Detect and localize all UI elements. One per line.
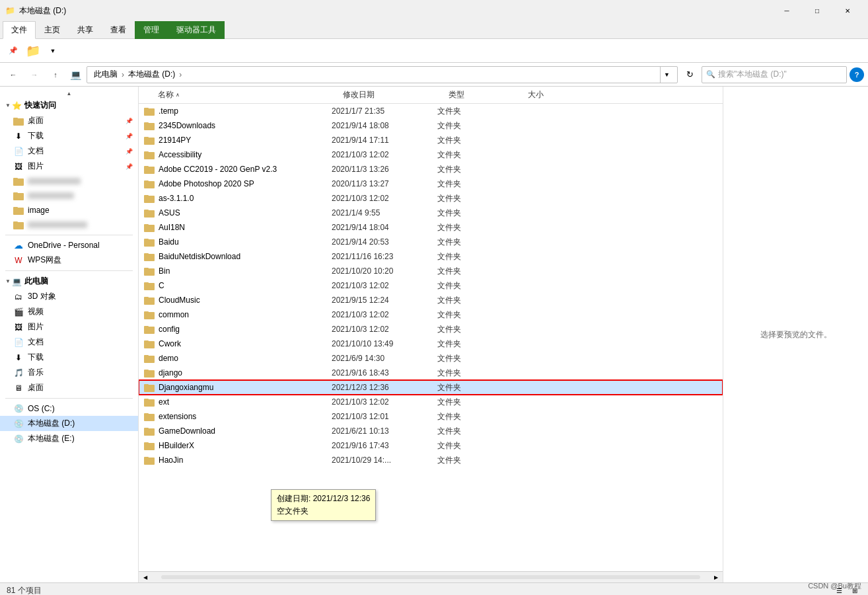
pin-desktop-icon: 📌 — [126, 118, 133, 124]
table-row[interactable]: AuI18N 2021/9/14 18:04 文件夹 — [139, 220, 723, 235]
sidebar-item-onedrive[interactable]: ☁ OneDrive - Personal — [0, 238, 138, 253]
sidebar-item-pic[interactable]: 🖼 图片 — [0, 319, 138, 335]
file-date: 2021/11/16 16:23 — [332, 252, 437, 261]
table-row[interactable]: BaiduNetdiskDownload 2021/11/16 16:23 文件… — [139, 249, 723, 264]
file-name: Accessibility — [159, 150, 332, 159]
sidebar-item-video[interactable]: 🎬 视频 — [0, 304, 138, 319]
search-box[interactable]: 🔍 搜索"本地磁盘 (D:)" — [702, 66, 847, 83]
sidebar-item-doc[interactable]: 📄 文档 — [0, 335, 138, 350]
address-dropdown-button[interactable]: ▼ — [660, 66, 673, 83]
forward-button[interactable]: → — [25, 65, 44, 84]
tab-home[interactable]: 主页 — [36, 21, 69, 39]
table-row[interactable]: .temp 2021/1/7 21:35 文件夹 — [139, 104, 723, 118]
search-placeholder: 搜索"本地磁盘 (D:)" — [718, 69, 787, 80]
table-row[interactable]: Bin 2021/10/20 10:20 文件夹 — [139, 264, 723, 278]
table-row[interactable]: extensions 2021/10/3 12:01 文件夹 — [139, 409, 723, 424]
sidebar-item-downloads[interactable]: ⬇ 下载 📌 — [0, 128, 138, 143]
dropdown-button[interactable]: ▼ — [44, 42, 62, 60]
table-row[interactable]: ext 2021/10/3 12:02 文件夹 — [139, 395, 723, 409]
address-box[interactable]: 此电脑 › 本地磁盘 (D:) › ▼ — [87, 66, 678, 83]
table-row[interactable]: Baidu 2021/9/14 20:53 文件夹 — [139, 235, 723, 249]
file-type: 文件夹 — [437, 426, 517, 437]
col-header-name[interactable]: 名称 ∧ — [155, 88, 340, 102]
svg-rect-31 — [144, 253, 149, 255]
refresh-button[interactable]: ↻ — [680, 65, 699, 84]
scroll-up-arrow[interactable]: ▲ — [67, 91, 72, 97]
col-type-label: 类型 — [449, 89, 464, 100]
table-row[interactable]: Accessibility 2021/10/3 12:02 文件夹 — [139, 147, 723, 162]
col-header-type[interactable]: 类型 — [446, 88, 525, 102]
path-this-pc[interactable]: 此电脑 — [91, 67, 120, 81]
quick-access-header[interactable]: ▼ ⭐ 快速访问 — [0, 98, 138, 113]
drive-d-icon: 💿 — [13, 418, 24, 429]
tab-share[interactable]: 共享 — [69, 21, 102, 39]
music-icon: 🎵 — [13, 368, 24, 378]
table-row[interactable]: CloudMusic 2021/9/15 12:24 文件夹 — [139, 293, 723, 307]
tab-driver-sub[interactable]: 驱动器工具 — [168, 21, 225, 39]
path-drive-d[interactable]: 本地磁盘 (D:) — [126, 67, 178, 81]
sidebar-item-desktop2[interactable]: 🖥 桌面 — [0, 380, 138, 395]
sidebar-item-c[interactable]: 💿 OS (C:) — [0, 401, 138, 416]
quick-access-icon: ⭐ — [12, 101, 22, 110]
help-button[interactable]: ? — [850, 67, 864, 82]
this-pc-header[interactable]: ▼ 💻 此电脑 — [0, 274, 138, 289]
table-row[interactable]: config 2021/10/3 12:02 文件夹 — [139, 322, 723, 337]
table-row[interactable]: GameDownload 2021/6/21 10:13 文件夹 — [139, 424, 723, 438]
table-row[interactable]: Djangoxiangmu 2021/12/3 12:36 文件夹 — [139, 380, 723, 395]
sidebar-item-blurred-3[interactable] — [0, 218, 138, 232]
sidebar-item-3d[interactable]: 🗂 3D 对象 — [0, 289, 138, 304]
back-button[interactable]: ← — [4, 65, 22, 84]
sidebar-item-wps[interactable]: W WPS网盘 — [0, 253, 138, 268]
new-folder-button[interactable]: 📁 — [24, 42, 42, 60]
scroll-track[interactable] — [161, 575, 700, 579]
tab-driver-tools[interactable]: 管理 — [135, 21, 168, 39]
sidebar-item-music[interactable]: 🎵 音乐 — [0, 365, 138, 380]
sidebar-item-pictures[interactable]: 🖼 图片 📌 — [0, 159, 138, 174]
table-row[interactable]: HBuilderX 2021/9/16 17:43 文件夹 — [139, 438, 723, 453]
sidebar-divider-3 — [5, 398, 133, 399]
sidebar-item-docs-label: 文档 — [28, 145, 44, 157]
col-header-date[interactable]: 修改日期 — [340, 88, 446, 102]
up-button[interactable]: ↑ — [46, 65, 65, 84]
minimize-button[interactable]: ─ — [772, 0, 802, 21]
table-row[interactable]: as-3.1.1.0 2021/10/3 12:02 文件夹 — [139, 191, 723, 206]
table-row[interactable]: Adobe CC2019 - 2020 GenP v2.3 2020/11/3 … — [139, 162, 723, 177]
sidebar-item-blurred-1[interactable] — [0, 174, 138, 188]
table-row[interactable]: demo 2021/6/9 14:30 文件夹 — [139, 351, 723, 366]
file-date: 2021/10/10 13:49 — [332, 339, 437, 348]
table-row[interactable]: Adobe Photoshop 2020 SP 2020/11/3 13:27 … — [139, 177, 723, 191]
file-date: 2021/1/4 9:55 — [332, 208, 437, 218]
sidebar-item-docs[interactable]: 📄 文档 📌 — [0, 143, 138, 159]
sidebar-item-e[interactable]: 💿 本地磁盘 (E:) — [0, 431, 138, 446]
scroll-right-arrow[interactable]: ▶ — [711, 572, 721, 582]
scroll-left-arrow[interactable]: ◀ — [140, 572, 151, 582]
tab-view[interactable]: 查看 — [102, 21, 135, 39]
table-row[interactable]: ASUS 2021/1/4 9:55 文件夹 — [139, 206, 723, 220]
table-row[interactable]: django 2021/9/16 18:43 文件夹 — [139, 366, 723, 380]
table-row[interactable]: 21914PY 2021/9/14 17:11 文件夹 — [139, 133, 723, 147]
sidebar-item-desktop[interactable]: 桌面 📌 — [0, 113, 138, 128]
sidebar-item-dl[interactable]: ⬇ 下载 — [0, 350, 138, 365]
preview-text: 选择要预览的文件。 — [760, 329, 832, 340]
table-row[interactable]: 2345Downloads 2021/9/14 18:08 文件夹 — [139, 118, 723, 133]
table-row[interactable]: C 2021/10/3 12:02 文件夹 — [139, 278, 723, 293]
tab-file[interactable]: 文件 — [3, 21, 36, 39]
col-header-size[interactable]: 大小 — [525, 88, 578, 102]
file-date: 2021/9/16 18:43 — [332, 368, 437, 377]
sidebar-item-d[interactable]: 💿 本地磁盘 (D:) — [0, 416, 138, 431]
svg-rect-39 — [144, 311, 149, 313]
blurred3-icon — [13, 219, 24, 230]
table-row[interactable]: common 2021/10/3 12:02 文件夹 — [139, 307, 723, 322]
table-row[interactable]: HaoJin 2021/10/29 14:... 文件夹 — [139, 453, 723, 467]
file-list[interactable]: .temp 2021/1/7 21:35 文件夹 2345Downloads 2… — [139, 104, 723, 571]
file-type: 文件夹 — [437, 411, 517, 422]
svg-rect-3 — [13, 178, 18, 180]
table-row[interactable]: Cwork 2021/10/10 13:49 文件夹 — [139, 337, 723, 351]
horizontal-scrollbar[interactable]: ◀ ▶ — [139, 571, 723, 582]
close-button[interactable]: ✕ — [832, 0, 863, 21]
sidebar-item-image[interactable]: image — [0, 203, 138, 218]
sidebar-item-blurred-2[interactable] — [0, 188, 138, 203]
maximize-button[interactable]: □ — [802, 0, 832, 21]
file-type: 文件夹 — [437, 120, 517, 132]
pin-button[interactable]: 📌 — [4, 42, 22, 60]
